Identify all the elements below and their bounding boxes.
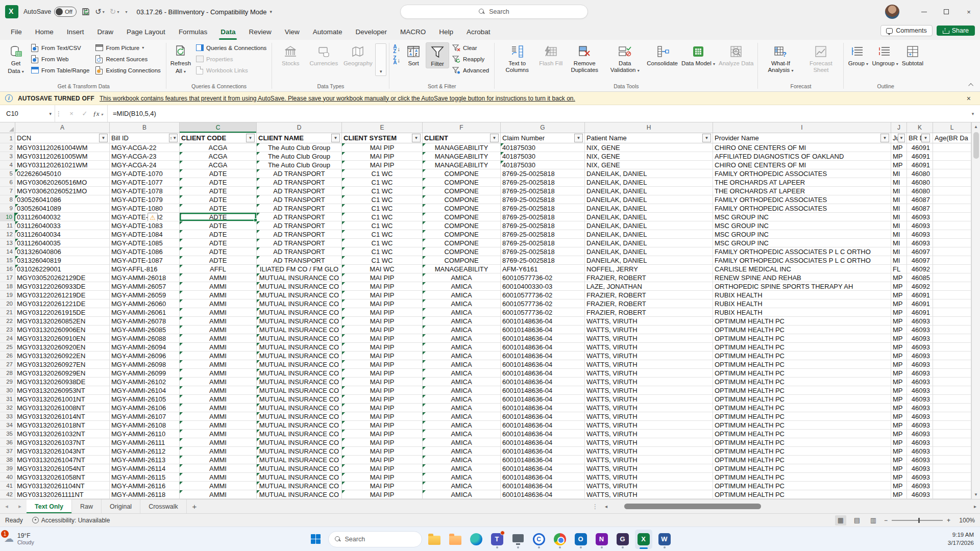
cell-F33[interactable]: AMICA [423,412,501,421]
cell-B37[interactable]: MGY-AMMI-26112 [110,447,180,456]
cell-F4[interactable]: MANAGEABILITY [423,161,501,169]
cell-J23[interactable]: MP [891,325,907,334]
taskbar-clock[interactable]: 9:19 AM 3/17/2026 [948,531,974,547]
cell-I19[interactable]: RUBIX HEALTH [713,291,891,299]
cell-F16[interactable]: MANAGEABILITY [423,265,501,273]
cell-C19[interactable]: AMMI [180,291,257,299]
cell-A2[interactable]: MGY031120261004WM [15,143,110,152]
vertical-scroll-thumb[interactable] [973,132,979,159]
header-cell-E[interactable]: CLIENT SYSTEM▼ [342,133,423,143]
share-button[interactable]: Share [937,26,975,36]
folder-button[interactable] [447,530,464,549]
cell-A8[interactable]: 030526041086 [15,195,110,204]
cell-C29[interactable]: AMMI [180,378,257,386]
cell-B7[interactable]: MGY-ADTE-1078 [110,187,180,195]
column-header-F[interactable]: F [423,122,501,133]
cell-D6[interactable]: AD TRANSPORT [257,178,342,187]
cell-K23[interactable]: 46093 [907,325,933,334]
cell-L29[interactable] [933,378,971,386]
cell-B8[interactable]: MGY-ADTE-1079 [110,195,180,204]
filter-dropdown-button-A[interactable]: ▼ [99,134,108,142]
fill-handle[interactable] [254,218,257,222]
cell-L41[interactable] [933,482,971,490]
cell-K36[interactable]: 46093 [907,438,933,447]
row-number[interactable]: 29 [0,378,15,386]
cell-B17[interactable]: MGY-AMMI-26018 [110,273,180,282]
cell-I40[interactable]: OPTIMUM HEALTH PC [713,473,891,482]
row-number[interactable]: 20 [0,299,15,308]
cell-E30[interactable]: MAI PIP [342,386,423,395]
subtotal-button[interactable]: + Subtotal [900,42,925,67]
cell-J13[interactable]: MI [891,239,907,247]
cell-H28[interactable]: WATTS, VIRUTH [585,369,713,378]
cell-E14[interactable]: C1 WC [342,247,423,256]
message-close-button[interactable]: × [963,94,975,103]
cell-F6[interactable]: COMPONE [423,178,501,187]
cell-E37[interactable]: MAI PIP [342,447,423,456]
cell-C12[interactable]: ADTE [180,230,257,239]
cell-G35[interactable]: 60010148636-04 [501,430,585,438]
cell-E13[interactable]: C1 WC [342,239,423,247]
cell-G21[interactable]: 60010577736-02 [501,308,585,317]
existing-connections-button[interactable]: Existing Connections [92,65,163,76]
cell-B32[interactable]: MGY-AMMI-26106 [110,404,180,412]
cell-I4[interactable]: CHIRO ONE CENTERS OF MI [713,161,891,169]
cell-H6[interactable]: DANEILAK, DANIEL [585,178,713,187]
file-explorer-button[interactable] [426,530,443,549]
cell-I31[interactable]: OPTIMUM HEALTH PC [713,395,891,404]
cell-L8[interactable] [933,195,971,204]
cell-G36[interactable]: 60010148636-04 [501,438,585,447]
flash-fill-button[interactable]: Flash Fill [537,42,564,67]
ribbon-tab-automate[interactable]: Automate [306,23,349,40]
queries-connections-button[interactable]: Queries & Connections [193,42,269,53]
cell-J16[interactable]: FL [891,265,907,273]
cell-E26[interactable]: MAI PIP [342,352,423,360]
cell-K33[interactable]: 46093 [907,412,933,421]
cell-I6[interactable]: THE ORCHARDS AT LAPEER [713,178,891,187]
ribbon-tab-draw[interactable]: Draw [91,23,120,40]
sort-za-button[interactable]: ZA↓ [393,56,400,65]
cell-B15[interactable]: MGY-ADTE-1087 [110,256,180,265]
cell-B22[interactable]: MGY-AMMI-26078 [110,317,180,325]
cell-I20[interactable]: RUBIX HEALTH [713,299,891,308]
ribbon-tab-review[interactable]: Review [242,23,278,40]
cell-I35[interactable]: OPTIMUM HEALTH PC [713,430,891,438]
header-cell-J[interactable]: Ju▼ [891,133,907,143]
header-cell-K[interactable]: BR Da▼ [907,133,933,143]
cell-I30[interactable]: OPTIMUM HEALTH PC [713,386,891,395]
header-cell-F[interactable]: CLIENT▼ [423,133,501,143]
cell-K35[interactable]: 46093 [907,430,933,438]
cell-F28[interactable]: AMICA [423,369,501,378]
column-header-J[interactable]: J [891,122,907,133]
ribbon-tab-developer[interactable]: Developer [349,23,394,40]
cell-I26[interactable]: OPTIMUM HEALTH PC [713,352,891,360]
cell-K38[interactable]: 46093 [907,456,933,464]
cell-G3[interactable]: 401875030 [501,152,585,161]
cell-B14[interactable]: MGY-ADTE-1086 [110,247,180,256]
properties-button[interactable]: Properties [193,54,269,64]
cell-G31[interactable]: 60010148636-04 [501,395,585,404]
data-model-button[interactable]: Data Model ▾ [680,42,717,68]
cell-C31[interactable]: AMMI [180,395,257,404]
message-link[interactable]: This workbook contains features that pre… [100,95,575,102]
cell-J19[interactable]: MP [891,291,907,299]
cell-B12[interactable]: MGY-ADTE-1084 [110,230,180,239]
sheet-tab-raw[interactable]: Raw [72,499,102,513]
collapse-ribbon-button[interactable] [967,81,976,88]
cell-F8[interactable]: COMPONE [423,195,501,204]
cell-G20[interactable]: 60010577736-02 [501,299,585,308]
cell-E6[interactable]: C1 WC [342,178,423,187]
row-number[interactable]: 19 [0,291,15,299]
remote-desktop-button[interactable] [509,530,527,549]
cell-L27[interactable] [933,360,971,369]
sheet-tab-text-only[interactable]: Text Only [27,499,72,513]
cell-B28[interactable]: MGY-AMMI-26099 [110,369,180,378]
confirm-entry-button[interactable]: ✓ [79,110,91,117]
cell-J6[interactable]: MI [891,178,907,187]
row-number[interactable]: 23 [0,325,15,334]
cell-H39[interactable]: WATTS, VIRUTH [585,464,713,473]
cell-B10[interactable]: MGY-ADTE-1082⚠ [110,213,180,221]
cell-E8[interactable]: C1 WC [342,195,423,204]
cell-A14[interactable]: 031326040806 [15,247,110,256]
cell-F9[interactable]: COMPONE [423,204,501,213]
